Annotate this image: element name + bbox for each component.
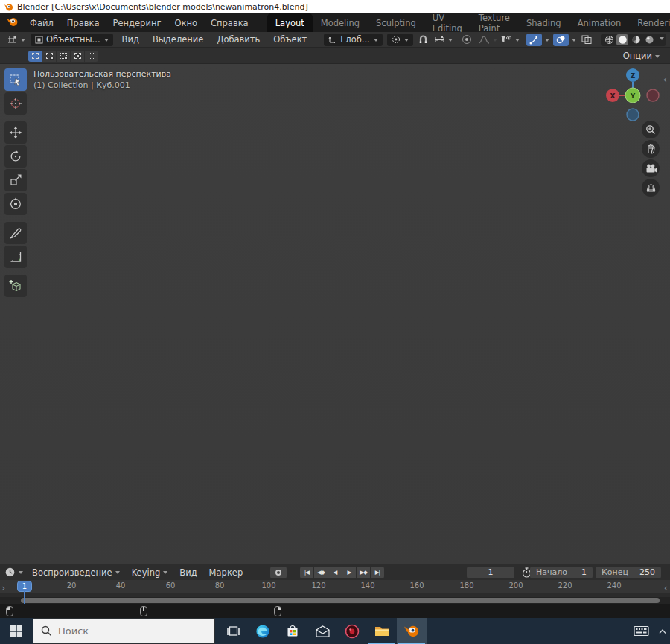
- zoom-button[interactable]: [642, 121, 660, 138]
- shading-rendered-icon[interactable]: [643, 34, 655, 45]
- menu-edit[interactable]: Правка: [60, 13, 106, 32]
- pan-button[interactable]: [642, 140, 660, 158]
- window-titlebar[interactable]: Blender [C:\Users\x\Documents\blender mo…: [0, 0, 670, 13]
- tab-layout[interactable]: Layout: [267, 13, 313, 32]
- view-menu[interactable]: Вид: [173, 567, 202, 578]
- menu-window[interactable]: Окно: [168, 13, 204, 32]
- tool-select-box[interactable]: [4, 68, 27, 91]
- timeline-ruler[interactable]: 20 40 60 80 100 120 140 160 180 200 220 …: [0, 580, 670, 593]
- mail-button[interactable]: [307, 618, 337, 644]
- tool-add-cube[interactable]: [4, 275, 27, 297]
- camera-view-button[interactable]: [642, 159, 660, 177]
- store-button[interactable]: [278, 618, 307, 644]
- xray-toggle-icon[interactable]: [581, 35, 592, 44]
- selectability-dropdown[interactable]: [500, 35, 520, 44]
- menu-select[interactable]: Выделение: [146, 32, 211, 47]
- auto-keyframe-button[interactable]: [270, 567, 287, 578]
- options-button[interactable]: Опции: [623, 51, 660, 61]
- select-mode-extend[interactable]: [42, 51, 56, 62]
- next-keyframe-button[interactable]: ▶◆: [357, 567, 370, 578]
- topbar: Файл Правка Рендеринг Окно Справка Layou…: [0, 13, 670, 32]
- tab-animation[interactable]: Animation: [570, 13, 630, 32]
- blender-menu-logo-icon[interactable]: [6, 17, 19, 29]
- menu-file[interactable]: Файл: [23, 13, 60, 32]
- screen: { "titlebar": { "title": "Blender [C:\\U…: [0, 0, 670, 644]
- select-mode-intersect[interactable]: [85, 51, 98, 62]
- select-mode-subtract[interactable]: [57, 51, 70, 62]
- show-overlays-button[interactable]: [553, 34, 569, 46]
- timeline-editor-type-button[interactable]: [4, 567, 23, 578]
- show-gizmo-button[interactable]: [526, 34, 542, 46]
- viewport-canvas[interactable]: [0, 64, 670, 564]
- edge-button[interactable]: [248, 618, 278, 644]
- shading-solid-icon[interactable]: [616, 34, 628, 45]
- tab-sculpting[interactable]: Sculpting: [368, 13, 424, 32]
- play-button[interactable]: ▶: [342, 567, 356, 578]
- playback-menu[interactable]: Воспроизведение: [26, 567, 126, 578]
- orientation-icon: [328, 36, 337, 44]
- file-explorer-button[interactable]: [367, 618, 397, 644]
- jump-to-end-button[interactable]: ▶|: [371, 567, 384, 578]
- tool-scale[interactable]: [4, 169, 27, 191]
- start-button[interactable]: [0, 618, 33, 644]
- falloff-dropdown[interactable]: [478, 36, 497, 44]
- ortho-toggle-button[interactable]: [642, 179, 660, 197]
- view-perspective-label: Пользовательская перспектива: [34, 68, 171, 80]
- media-app-button[interactable]: [337, 618, 367, 644]
- shading-wireframe-icon[interactable]: [603, 34, 615, 45]
- tab-texture-paint[interactable]: Texture Paint: [470, 13, 518, 32]
- tab-rendering[interactable]: Rendering: [629, 13, 670, 32]
- keying-menu[interactable]: Keying: [126, 567, 174, 578]
- snap-magnet-icon[interactable]: [418, 35, 428, 45]
- frame-end-field[interactable]: Конец 250: [596, 567, 661, 578]
- tab-shading[interactable]: Shading: [518, 13, 570, 32]
- shading-material-icon[interactable]: [630, 34, 642, 45]
- ruler-tick: 40: [116, 581, 126, 590]
- proportional-edit-icon[interactable]: [462, 34, 472, 45]
- menu-add[interactable]: Добавить: [210, 32, 267, 47]
- tab-modeling[interactable]: Modeling: [313, 13, 368, 32]
- search-input[interactable]: [58, 625, 185, 637]
- prev-keyframe-button[interactable]: ◀◆: [314, 567, 328, 578]
- editor-type-button[interactable]: [7, 35, 25, 45]
- timeline-expand-arrow[interactable]: ›: [1, 584, 5, 592]
- character-model: [162, 253, 508, 564]
- mail-icon: [316, 625, 330, 637]
- tool-measure[interactable]: [4, 246, 27, 268]
- menu-object[interactable]: Объект: [267, 32, 313, 47]
- tool-transform[interactable]: [4, 193, 27, 215]
- timeline-scrollbar[interactable]: [21, 598, 660, 603]
- menu-view[interactable]: Вид: [115, 32, 146, 47]
- timeline-collapse-arrow[interactable]: ‹: [664, 584, 668, 592]
- ruler-tick: 180: [459, 581, 473, 590]
- snap-target-dropdown[interactable]: [434, 36, 453, 44]
- tool-rotate[interactable]: [4, 145, 27, 168]
- pivot-dropdown[interactable]: [387, 34, 413, 46]
- taskbar-search[interactable]: [33, 618, 215, 644]
- play-reverse-button[interactable]: ◀: [328, 567, 342, 578]
- touch-keyboard-button[interactable]: [627, 625, 655, 637]
- 3d-viewport[interactable]: Пользовательская перспектива (1) Collect…: [0, 64, 670, 564]
- task-view-button[interactable]: [218, 618, 248, 644]
- orientation-dropdown[interactable]: Глоб...: [324, 34, 382, 46]
- axis-gizmo[interactable]: Z X Y: [603, 64, 670, 131]
- frame-start-field[interactable]: Начало 1: [530, 567, 593, 578]
- marker-menu[interactable]: Маркер: [203, 567, 249, 578]
- select-mode-invert[interactable]: [71, 51, 84, 62]
- pivot-icon: [392, 35, 401, 44]
- playhead[interactable]: 1: [17, 581, 32, 592]
- current-frame-field[interactable]: 1: [467, 567, 514, 578]
- menu-help[interactable]: Справка: [204, 13, 255, 32]
- tab-uv-editing[interactable]: UV Editing: [424, 13, 470, 32]
- tool-cursor[interactable]: [4, 92, 27, 115]
- show-hidden-icons-button[interactable]: [655, 628, 670, 634]
- tool-annotate[interactable]: [4, 222, 27, 244]
- jump-to-start-button[interactable]: |◀: [300, 567, 313, 578]
- mode-dropdown[interactable]: Объектны...: [31, 34, 113, 46]
- tool-move[interactable]: [4, 121, 27, 144]
- playhead-line[interactable]: [24, 591, 25, 604]
- select-mode-set[interactable]: [28, 51, 42, 62]
- menu-render[interactable]: Рендеринг: [106, 13, 168, 32]
- blender-taskbar-button[interactable]: [397, 618, 427, 644]
- sidebar-collapse-arrow[interactable]: ‹: [663, 76, 667, 83]
